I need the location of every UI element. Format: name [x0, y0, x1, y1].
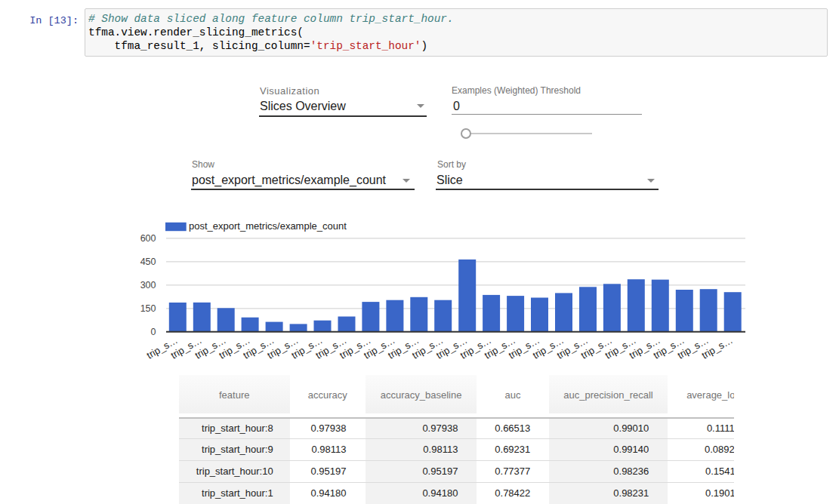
svg-text:150: 150 [140, 303, 156, 314]
svg-text:post_export_metrics/example_co: post_export_metrics/example_count [189, 220, 347, 232]
svg-text:450: 450 [140, 257, 156, 267]
svg-text:300: 300 [140, 280, 156, 290]
svg-text:600: 600 [140, 233, 156, 244]
svg-text:0: 0 [151, 327, 156, 337]
